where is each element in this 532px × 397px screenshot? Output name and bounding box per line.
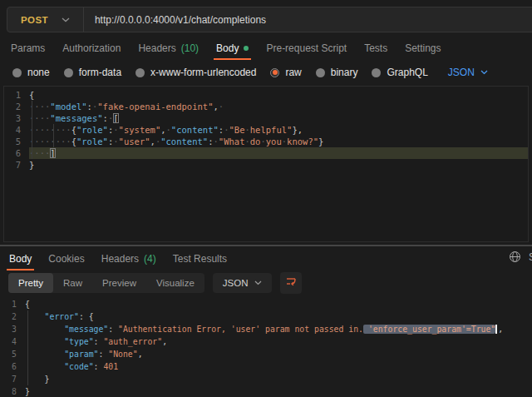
view-pretty[interactable]: Pretty [8, 273, 53, 293]
response-body-editor[interactable]: 1{2 "error": {3 "message": "Authenticati… [0, 296, 532, 397]
code-content: "type": "auth_error", [25, 335, 532, 348]
radio-icon [316, 68, 325, 77]
line-number: 1 [0, 298, 17, 310]
indent-guide [27, 310, 28, 385]
text-cursor [495, 325, 497, 334]
headers-count-badge: (10) [181, 42, 199, 54]
indent-guide [53, 124, 54, 147]
code-line[interactable]: 7 } [0, 373, 532, 385]
response-view-switcher: Pretty Raw Preview Visualize [8, 273, 204, 293]
response-headers-count-badge: (4) [144, 253, 156, 265]
code-content: "error": { [25, 310, 532, 323]
code-content: { [29, 89, 528, 101]
pane-divider[interactable] [0, 245, 532, 246]
method-selector[interactable]: POST [7, 7, 83, 32]
line-number: 4 [4, 124, 21, 136]
code-line[interactable]: 3 "message": "Authentication Error, 'use… [0, 323, 532, 335]
wrap-text-button[interactable] [280, 272, 302, 294]
view-raw[interactable]: Raw [53, 273, 92, 293]
tab-authorization[interactable]: Authorization [62, 42, 121, 54]
response-tabs: Body Cookies Headers (4) Test Results [9, 251, 227, 267]
request-tabs: Params Authorization Headers (10) Body P… [11, 39, 441, 57]
view-visualize[interactable]: Visualize [146, 273, 204, 293]
code-content: ····] [29, 147, 528, 159]
code-line[interactable]: 4 "type": "auth_error", [0, 335, 532, 348]
tab-headers[interactable]: Headers (10) [138, 42, 199, 54]
chevron-down-icon [62, 17, 70, 22]
mode-raw[interactable]: raw [270, 67, 301, 78]
tab-tests[interactable]: Tests [364, 42, 387, 54]
tab-params[interactable]: Params [11, 42, 45, 54]
line-number: 6 [0, 360, 17, 373]
code-content: } [25, 385, 532, 397]
tab-pre-request-script[interactable]: Pre-request Script [266, 42, 347, 54]
code-line[interactable]: 4········{"role":·"system",·"content":·"… [4, 124, 528, 136]
line-number: 7 [4, 159, 21, 171]
code-content: { [25, 298, 532, 310]
code-line[interactable]: 3····"messages":·[ [4, 112, 528, 124]
line-number: 1 [4, 89, 21, 101]
request-url-bar: POST http://0.0.0.0:4000/v1/chat/complet… [7, 7, 532, 32]
network-info-button[interactable] [509, 251, 521, 266]
line-number: 3 [4, 112, 21, 124]
code-content: ········{"role":·"system",·"content":·"B… [29, 124, 528, 136]
tab-test-results[interactable]: Test Results [173, 253, 227, 265]
mode-none[interactable]: none [12, 67, 50, 78]
tab-body[interactable]: Body [216, 42, 249, 54]
tab-cookies[interactable]: Cookies [48, 253, 84, 265]
radio-icon [64, 68, 73, 77]
code-line[interactable]: 6 "code": 401 [0, 360, 532, 373]
code-line[interactable]: 8} [0, 385, 532, 397]
tab-response-body[interactable]: Body [9, 253, 32, 265]
mode-form-data[interactable]: form-data [64, 67, 121, 78]
line-number: 3 [0, 323, 17, 335]
view-preview[interactable]: Preview [92, 273, 146, 293]
body-type-selector: none form-data x-www-form-urlencoded raw… [12, 63, 488, 82]
code-content: ····"messages":·[ [29, 112, 528, 124]
url-input[interactable]: http://0.0.0.0:4000/v1/chat/completions [84, 14, 266, 26]
line-number: 5 [4, 136, 21, 147]
code-line[interactable]: 7} [4, 159, 528, 171]
chevron-down-icon [480, 70, 488, 75]
code-content: "message": "Authentication Error, 'user'… [25, 323, 532, 335]
line-number: 6 [4, 147, 21, 159]
line-number: 2 [4, 101, 21, 112]
code-content: "code": 401 [25, 360, 532, 373]
indent-guide [32, 101, 32, 159]
clipped-status-text: S [529, 251, 532, 263]
code-content: } [29, 159, 528, 171]
raw-language-select[interactable]: JSON [448, 67, 488, 78]
tab-settings[interactable]: Settings [405, 42, 441, 54]
radio-icon [372, 68, 381, 77]
method-label: POST [21, 15, 48, 25]
request-body-editor[interactable]: 1{2····"model":·"fake-openai-endpoint",·… [3, 86, 529, 242]
tab-response-headers[interactable]: Headers (4) [101, 253, 156, 265]
line-number: 5 [0, 348, 17, 360]
mode-x-www-form-urlencoded[interactable]: x-www-form-urlencoded [135, 67, 256, 78]
response-language-select[interactable]: JSON [213, 273, 273, 293]
radio-icon [135, 68, 145, 77]
code-line[interactable]: 5········{"role":·"user",·"content":·"Wh… [4, 136, 528, 147]
code-line[interactable]: 2 "error": { [0, 310, 532, 323]
code-content: "param": "None", [25, 348, 532, 360]
line-number: 2 [0, 310, 17, 323]
wrap-text-icon [285, 275, 297, 290]
line-number: 7 [0, 373, 17, 385]
body-modified-dot [244, 46, 249, 51]
radio-icon [12, 68, 22, 77]
code-content: ····"model":·"fake-openai-endpoint",· [29, 101, 528, 112]
code-line[interactable]: 5 "param": "None", [0, 348, 532, 360]
response-toolbar: Pretty Raw Preview Visualize JSON [8, 272, 302, 294]
code-line[interactable]: 1{ [0, 298, 532, 310]
line-number: 4 [0, 335, 17, 348]
code-line[interactable]: 2····"model":·"fake-openai-endpoint",· [4, 101, 528, 112]
code-line[interactable]: 6····] [4, 147, 528, 159]
code-content: ········{"role":·"user",·"content":·"Wha… [29, 136, 528, 147]
mode-graphql[interactable]: GraphQL [372, 67, 427, 78]
mode-binary[interactable]: binary [316, 67, 358, 78]
code-line[interactable]: 1{ [4, 89, 528, 101]
line-number: 8 [0, 385, 17, 397]
globe-icon [509, 251, 521, 266]
chevron-down-icon [254, 280, 262, 285]
code-content: } [25, 373, 532, 385]
